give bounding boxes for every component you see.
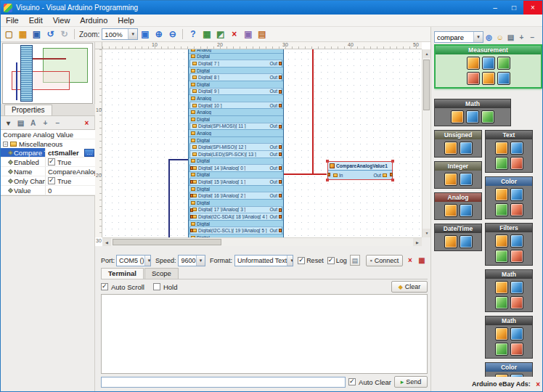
speed-select[interactable]: 9600 [178, 255, 205, 266]
category-header[interactable]: Text [486, 131, 532, 139]
selection-handle[interactable] [326, 160, 329, 163]
component-icon[interactable] [460, 204, 473, 217]
chevron-down-icon[interactable] [128, 29, 137, 39]
property-value[interactable]: 0 [46, 186, 95, 195]
compare-in-pin[interactable] [327, 173, 330, 176]
design-canvas[interactable]: AnalogDigitalDigital[ 7 ]OutDigitalDigit… [102, 49, 422, 237]
tree-collapse-icon[interactable] [3, 142, 8, 147]
property-value[interactable]: CompareAnalogV... [46, 167, 95, 176]
category-header[interactable]: Math [486, 270, 532, 279]
property-row[interactable]: NameCompareAnalogV... [1, 167, 95, 176]
wire-blue[interactable] [169, 160, 188, 237]
component-icon[interactable] [444, 173, 457, 186]
collapse-all-button[interactable]: − [527, 32, 538, 43]
in-pin[interactable] [190, 194, 193, 197]
component-icon[interactable] [467, 72, 480, 85]
menu-help[interactable]: Help [113, 15, 139, 27]
component-icon[interactable] [495, 327, 508, 340]
category-header[interactable]: Math [486, 317, 532, 325]
component-search-box[interactable] [434, 31, 483, 43]
gallery-button[interactable]: ▤ [256, 28, 268, 41]
category-10-math[interactable]: Math [485, 316, 533, 359]
compare-out-pin[interactable] [390, 173, 393, 176]
board-row[interactable]: Digital(SPI-MOSI)[ 11 ]Out [189, 123, 282, 130]
component-icon[interactable] [510, 203, 523, 216]
upload-button[interactable]: ◩ [214, 28, 226, 41]
board-row[interactable]: Digital [189, 158, 283, 165]
in-pin[interactable] [190, 180, 193, 184]
out-pin[interactable] [279, 125, 282, 128]
board-row[interactable]: Digital[ 8 ]Out [189, 73, 282, 81]
zoom-in-button[interactable]: ⊕ [152, 28, 165, 41]
component-icon[interactable] [510, 374, 523, 377]
component-icon[interactable] [495, 296, 508, 309]
category-header[interactable]: Filters [486, 224, 532, 232]
board-row[interactable]: Digital [189, 136, 283, 144]
in-pin[interactable] [190, 229, 193, 232]
component-icon[interactable] [510, 157, 523, 170]
user-component-button[interactable]: ☺ [494, 32, 505, 43]
component-icon[interactable] [495, 234, 508, 248]
chevron-down-icon[interactable] [473, 32, 483, 42]
component-icon[interactable] [495, 157, 508, 170]
out-pin[interactable] [279, 152, 282, 156]
expand-all-button[interactable]: + [516, 32, 527, 43]
ad-close-button[interactable]: × [534, 380, 543, 389]
maximize-button[interactable]: □ [505, 1, 523, 15]
close-button[interactable]: × [523, 1, 542, 15]
property-value[interactable]: True [46, 176, 95, 185]
categorized-button[interactable]: ▤ [15, 118, 26, 128]
tab-terminal[interactable]: Terminal [101, 268, 144, 279]
board-row[interactable]: Digital [189, 53, 283, 60]
port-select[interactable]: COM5 () [116, 255, 151, 266]
component-icon[interactable] [510, 281, 523, 294]
board-row[interactable]: Digital[ 9 ]Out [189, 88, 282, 95]
component-icon[interactable] [467, 57, 480, 70]
component-icon[interactable] [495, 203, 508, 216]
component-icon[interactable] [495, 250, 508, 263]
board-row[interactable]: Digital [189, 199, 283, 206]
property-row[interactable]: Only ChangedTrue [1, 176, 95, 186]
chevron-down-icon[interactable] [144, 256, 151, 266]
board-row[interactable]: Digital [189, 185, 283, 192]
compile-button[interactable]: ▦ [200, 28, 213, 41]
component-icon[interactable] [460, 142, 473, 155]
property-category-row[interactable]: Miscellaneous [1, 139, 95, 148]
property-row[interactable]: Compare TypectSmaller… [1, 148, 95, 158]
checkbox-icon[interactable] [48, 158, 55, 166]
connection-status-icon[interactable]: ▦ [417, 256, 427, 266]
send-input[interactable] [101, 377, 346, 388]
property-row[interactable]: EnabledTrue [1, 158, 95, 167]
category-9-math[interactable]: Math [485, 269, 533, 312]
disconnect-button[interactable]: × [405, 256, 415, 266]
category-header[interactable]: Color [486, 177, 532, 186]
property-mode-button[interactable]: ▾ [3, 118, 14, 128]
category-4-analog[interactable]: Analog [434, 192, 482, 220]
component-icon[interactable] [510, 188, 523, 201]
selection-handle[interactable] [391, 160, 394, 163]
send-button[interactable]: Send [394, 376, 428, 388]
zoom-out-button[interactable]: ⊖ [166, 28, 179, 41]
undo-button[interactable]: ↺ [44, 28, 57, 41]
category-header[interactable]: Date/Time [435, 224, 481, 233]
component-icon[interactable] [460, 173, 473, 186]
category-header[interactable]: Measurement [436, 46, 541, 54]
screenshot-button[interactable]: ▣ [242, 28, 254, 41]
board-row[interactable]: Digital[ 14 ]/Analog[ 0 ]Out [189, 164, 282, 171]
out-pin[interactable] [279, 194, 282, 197]
category-2-unsigned[interactable]: Unsigned [434, 130, 482, 158]
reset-checkbox[interactable] [298, 257, 305, 264]
menu-edit[interactable]: Edit [24, 15, 48, 27]
category-header[interactable]: Integer [435, 162, 481, 171]
category-header[interactable]: Math [435, 99, 510, 108]
horizontal-scroll-thumb[interactable] [113, 239, 221, 245]
menu-view[interactable]: View [48, 15, 75, 27]
vertical-scrollbar[interactable] [422, 49, 430, 237]
component-icon[interactable] [444, 142, 457, 155]
project-overview[interactable] [2, 43, 93, 104]
board-row[interactable]: Digital(SPI-MISO)[ 12 ]Out [189, 143, 282, 150]
board-row[interactable]: Digital[ 17 ]/Analog[ 3 ]Out [189, 206, 282, 213]
save-project-button[interactable]: ▣ [30, 28, 43, 41]
minimize-button[interactable]: – [486, 1, 505, 15]
board-row[interactable]: Digital[ 15 ]/Analog[ 1 ]Out [189, 178, 282, 185]
